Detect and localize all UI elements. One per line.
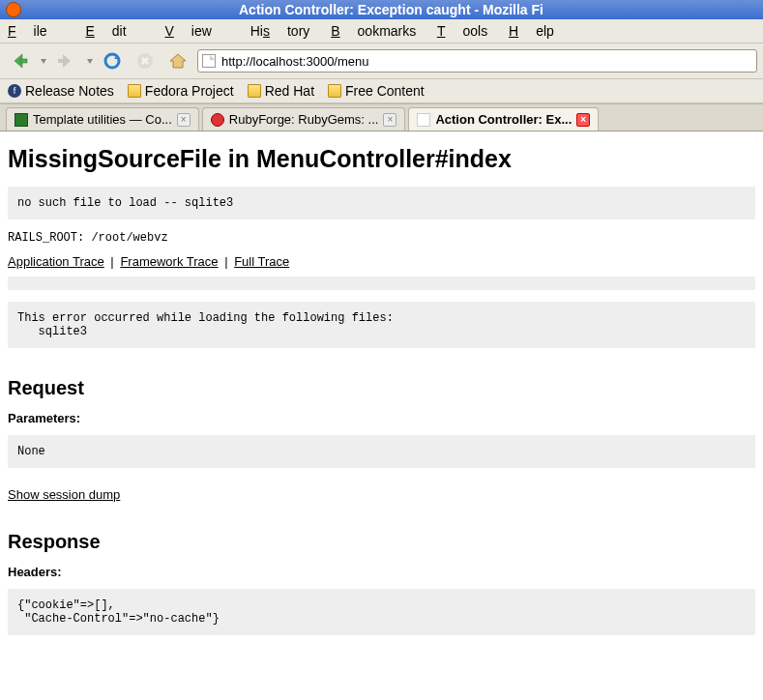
- reload-button[interactable]: [99, 47, 126, 74]
- tab-action-controller[interactable]: Action Controller: Ex... ×: [408, 107, 599, 131]
- page-content: MissingSourceFile in MenuController#inde…: [0, 131, 763, 655]
- back-button[interactable]: [6, 47, 33, 74]
- headers-label: Headers:: [8, 565, 755, 579]
- folder-icon: [248, 84, 261, 98]
- rails-root: RAILS_ROOT: /root/webvz: [8, 231, 755, 245]
- menu-help[interactable]: Help: [509, 23, 554, 39]
- window-title: Action Controller: Exception caught - Mo…: [25, 2, 757, 17]
- bookmark-label: Free Content: [345, 83, 425, 99]
- bookmark-free-content[interactable]: Free Content: [328, 83, 425, 99]
- application-trace-link[interactable]: Application Trace: [8, 254, 104, 269]
- navigation-toolbar: [0, 44, 763, 79]
- tab-label: Action Controller: Ex...: [435, 112, 572, 127]
- menu-tools[interactable]: Tools: [437, 23, 487, 39]
- menu-edit[interactable]: Edit: [85, 23, 143, 39]
- trace-output: [8, 277, 755, 290]
- error-heading: MissingSourceFile in MenuController#inde…: [8, 145, 755, 173]
- bookmark-red-hat[interactable]: Red Hat: [248, 83, 314, 99]
- close-icon[interactable]: ×: [383, 113, 396, 127]
- svg-rect-0: [20, 59, 27, 63]
- response-heading: Response: [8, 531, 755, 553]
- bookmark-label: Release Notes: [25, 83, 114, 99]
- tab-label: Template utilities — Co...: [33, 112, 172, 127]
- bookmark-label: Red Hat: [265, 83, 314, 99]
- bookmark-release-notes[interactable]: f Release Notes: [8, 83, 114, 99]
- request-heading: Request: [8, 377, 755, 399]
- separator: |: [224, 254, 227, 269]
- close-icon[interactable]: ×: [576, 113, 590, 127]
- folder-icon: [128, 84, 141, 98]
- menu-bookmarks[interactable]: Bookmarks: [331, 23, 416, 39]
- error-message: no such file to load -- sqlite3: [8, 187, 755, 219]
- stop-button: [132, 47, 159, 74]
- menu-view[interactable]: View: [165, 23, 229, 39]
- headers-value: {"cookie"=>[], "Cache-Control"=>"no-cach…: [8, 589, 755, 635]
- close-icon[interactable]: ×: [177, 113, 191, 127]
- tab-bar: Template utilities — Co... × RubyForge: …: [0, 103, 763, 131]
- menu-file[interactable]: File: [8, 23, 65, 39]
- svg-rect-1: [58, 59, 65, 63]
- url-bar[interactable]: [197, 49, 757, 73]
- tab-template-utilities[interactable]: Template utilities — Co... ×: [6, 107, 199, 131]
- session-dump-link[interactable]: Show session dump: [8, 487, 120, 502]
- favicon-icon: [417, 113, 430, 127]
- firefox-icon: [6, 2, 21, 17]
- back-dropdown-icon[interactable]: [41, 59, 46, 64]
- window-titlebar: Action Controller: Exception caught - Mo…: [0, 0, 763, 19]
- forward-dropdown-icon[interactable]: [87, 59, 93, 64]
- page-icon: [202, 54, 216, 68]
- load-files-error: This error occurred while loading the fo…: [8, 302, 755, 348]
- parameters-label: Parameters:: [8, 411, 755, 425]
- bookmarks-toolbar: f Release Notes Fedora Project Red Hat F…: [0, 79, 763, 103]
- fedora-icon: f: [8, 84, 21, 98]
- menu-history[interactable]: History: [250, 23, 310, 39]
- separator: |: [110, 254, 113, 269]
- favicon-icon: [15, 113, 28, 127]
- url-input[interactable]: [221, 54, 752, 69]
- full-trace-link[interactable]: Full Trace: [234, 254, 289, 269]
- framework-trace-link[interactable]: Framework Trace: [120, 254, 218, 269]
- folder-icon: [328, 84, 341, 98]
- trace-links: Application Trace | Framework Trace | Fu…: [8, 254, 755, 269]
- home-button[interactable]: [164, 47, 191, 74]
- menu-bar: File Edit View History Bookmarks Tools H…: [0, 19, 763, 44]
- tab-rubyforge[interactable]: RubyForge: RubyGems: ... ×: [202, 107, 406, 131]
- bookmark-fedora-project[interactable]: Fedora Project: [128, 83, 234, 99]
- parameters-value: None: [8, 435, 755, 468]
- bookmark-label: Fedora Project: [145, 83, 234, 99]
- tab-label: RubyForge: RubyGems: ...: [229, 112, 379, 127]
- favicon-icon: [211, 113, 224, 127]
- forward-button: [52, 47, 79, 74]
